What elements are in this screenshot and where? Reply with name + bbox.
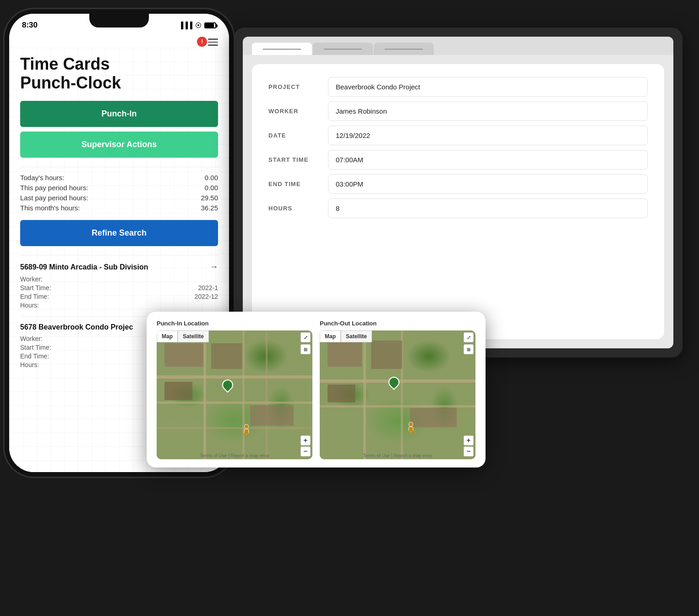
tablet-tab-3[interactable]: ───────── bbox=[374, 43, 434, 55]
job1-end-label: End Time: bbox=[20, 293, 49, 300]
punch-out-satellite-view bbox=[320, 330, 475, 459]
punch-in-satellite-tab[interactable]: Satellite bbox=[178, 330, 209, 342]
job2-worker-label: Worker: bbox=[20, 335, 43, 342]
worker-row: WORKER bbox=[268, 101, 648, 121]
punch-out-fullscreen-btn[interactable]: ⤢ bbox=[464, 332, 474, 342]
tablet-tab-bar: ───────── ───────── ───────── bbox=[243, 37, 673, 55]
tablet-tab-2[interactable]: ───────── bbox=[313, 43, 373, 55]
punch-out-map: Map Satellite ⤢ ⊞ + − bbox=[320, 330, 475, 459]
svg-rect-2 bbox=[244, 433, 246, 436]
stat-row-this-month: This month's hours: 36.25 bbox=[20, 204, 218, 212]
punch-in-map: Map Satellite ⤢ ⊞ + − bbox=[157, 330, 312, 459]
start-time-row: START TIME bbox=[268, 150, 648, 170]
job2-hours-label: Hours: bbox=[20, 361, 39, 368]
job1-start-value: 2022-1 bbox=[198, 284, 218, 292]
job-title-1: 5689-09 Minto Arcadia - Sub Division bbox=[20, 263, 148, 271]
date-row: DATE bbox=[268, 126, 648, 145]
page-title-line2: Punch-Clock bbox=[20, 73, 218, 93]
tablet-device: ───────── ───────── ───────── PROJECT WO… bbox=[234, 28, 683, 358]
punch-out-map-footer: Terms of Use | Report a map error bbox=[320, 453, 475, 458]
hamburger-icon bbox=[208, 38, 218, 46]
project-row: PROJECT bbox=[268, 77, 648, 97]
this-month-label: This month's hours: bbox=[20, 204, 80, 212]
worker-input[interactable] bbox=[328, 101, 648, 121]
form-card: PROJECT WORKER DATE START TIME END TIME … bbox=[252, 64, 664, 339]
date-label: DATE bbox=[268, 132, 319, 139]
punch-in-map-col: Punch-In Location Map Satellite ⤢ ⊞ + − bbox=[157, 320, 312, 459]
punch-out-pin bbox=[388, 377, 399, 390]
this-month-value: 36.25 bbox=[201, 204, 218, 212]
map-panel: Punch-In Location Map Satellite ⤢ ⊞ + − bbox=[147, 312, 486, 468]
punch-in-fullscreen-btn[interactable]: ⤢ bbox=[300, 332, 311, 342]
job2-start-label: Start Time: bbox=[20, 344, 51, 351]
punch-in-grid-btn[interactable]: ⊞ bbox=[300, 344, 311, 354]
project-input[interactable] bbox=[328, 77, 648, 97]
last-period-label: Last pay period hours: bbox=[20, 194, 88, 202]
punch-out-map-tab[interactable]: Map bbox=[320, 330, 341, 342]
punch-in-zoom-out[interactable]: − bbox=[300, 446, 311, 456]
stat-row-today: Today's hours: 0.00 bbox=[20, 174, 218, 182]
end-time-label: END TIME bbox=[268, 181, 319, 187]
today-hours-label: Today's hours: bbox=[20, 174, 64, 182]
notification-badge: ! bbox=[197, 37, 207, 47]
job-card-1: 5689-09 Minto Arcadia - Sub Division → W… bbox=[20, 255, 218, 309]
punch-in-pin bbox=[222, 380, 233, 393]
tablet-tab-1[interactable]: ───────── bbox=[252, 43, 312, 55]
supervisor-actions-button[interactable]: Supervisor Actions bbox=[20, 132, 218, 158]
this-period-value: 0.00 bbox=[205, 184, 218, 192]
job1-hours-row: Hours: bbox=[20, 302, 218, 309]
job1-start-label: Start Time: bbox=[20, 284, 51, 292]
punch-out-zoom-out[interactable]: − bbox=[464, 446, 474, 456]
job-title-2: 5678 Beaverbrook Condo Projec bbox=[20, 323, 133, 331]
stat-row-last-period: Last pay period hours: 29.50 bbox=[20, 194, 218, 202]
phone-header: ! bbox=[9, 37, 229, 48]
punch-out-zoom-in[interactable]: + bbox=[464, 435, 474, 446]
date-input[interactable] bbox=[328, 126, 648, 145]
punch-in-zoom-in[interactable]: + bbox=[300, 435, 311, 446]
end-time-input[interactable] bbox=[328, 174, 648, 194]
worker-label: WORKER bbox=[268, 108, 319, 115]
job1-start-row: Start Time: 2022-1 bbox=[20, 284, 218, 292]
svg-point-0 bbox=[244, 424, 248, 429]
stat-row-this-period: This pay period hours: 0.00 bbox=[20, 184, 218, 192]
last-period-value: 29.50 bbox=[201, 194, 218, 202]
punch-in-person-icon bbox=[242, 424, 251, 436]
job1-end-value: 2022-12 bbox=[195, 293, 218, 300]
phone-time: 8:30 bbox=[22, 21, 38, 30]
this-period-label: This pay period hours: bbox=[20, 184, 88, 192]
job1-end-row: End Time: 2022-12 bbox=[20, 293, 218, 300]
punch-in-map-tab[interactable]: Map bbox=[157, 330, 178, 342]
punch-out-map-col: Punch-Out Location Map Satellite ⤢ ⊞ + − bbox=[320, 320, 475, 459]
hours-input[interactable] bbox=[328, 198, 648, 218]
punch-in-button[interactable]: Punch-In bbox=[20, 101, 218, 127]
wifi-icon: ⦿ bbox=[195, 22, 202, 29]
punch-in-satellite-view bbox=[157, 330, 312, 459]
phone-status-icons: ▐▐▐ ⦿ bbox=[179, 22, 216, 29]
svg-rect-6 bbox=[409, 430, 411, 433]
job2-end-label: End Time: bbox=[20, 352, 49, 360]
start-time-input[interactable] bbox=[328, 150, 648, 170]
project-label: PROJECT bbox=[268, 83, 319, 90]
svg-point-4 bbox=[409, 422, 413, 426]
stats-section: Today's hours: 0.00 This pay period hour… bbox=[20, 167, 218, 212]
page-title-line1: Time Cards bbox=[20, 55, 218, 73]
svg-rect-3 bbox=[247, 433, 249, 436]
menu-button[interactable]: ! bbox=[199, 38, 218, 46]
tablet-screen: ───────── ───────── ───────── PROJECT WO… bbox=[243, 37, 673, 348]
signal-icon: ▐▐▐ bbox=[179, 22, 192, 29]
punch-out-grid-btn[interactable]: ⊞ bbox=[464, 344, 474, 354]
refine-search-button[interactable]: Refine Search bbox=[20, 220, 218, 246]
punch-in-map-footer: Terms of Use | Report a map error bbox=[157, 453, 312, 458]
hours-row: HOURS bbox=[268, 198, 648, 218]
punch-in-title: Punch-In Location bbox=[157, 320, 312, 327]
arrow-icon-1[interactable]: → bbox=[210, 262, 218, 272]
punch-out-tab-bar: Map Satellite bbox=[320, 330, 372, 342]
punch-out-person-icon bbox=[407, 422, 415, 434]
phone-notch bbox=[89, 14, 149, 28]
today-hours-value: 0.00 bbox=[205, 174, 218, 182]
job1-hours-label: Hours: bbox=[20, 302, 39, 309]
punch-out-title: Punch-Out Location bbox=[320, 320, 475, 327]
map-columns: Punch-In Location Map Satellite ⤢ ⊞ + − bbox=[157, 320, 475, 459]
punch-out-satellite-tab[interactable]: Satellite bbox=[341, 330, 372, 342]
battery-icon bbox=[204, 22, 216, 28]
